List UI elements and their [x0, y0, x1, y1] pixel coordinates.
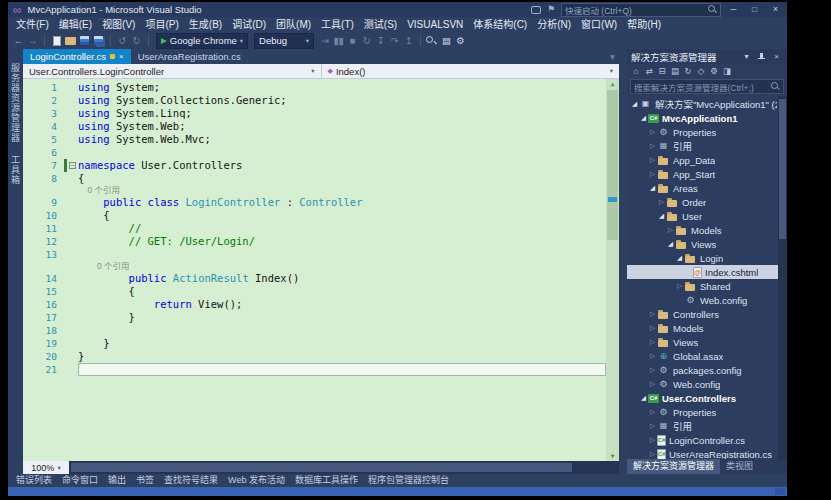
tree-item[interactable]: ◢Login [627, 251, 787, 265]
step-out-icon[interactable]: ↥ [402, 34, 415, 48]
codelens-references[interactable]: 0 个引用 [78, 185, 606, 196]
scrollbar-thumb[interactable] [607, 90, 618, 240]
tree-item[interactable]: ▷⚙Properties [627, 125, 787, 139]
restart-icon[interactable]: ↻ [360, 34, 373, 48]
tree-expander-icon[interactable]: ◢ [666, 241, 675, 248]
tree-item[interactable]: ▷⚙packages.config [627, 363, 787, 377]
tree-item[interactable]: ▷▦引用 [627, 139, 787, 153]
find-in-files-icon[interactable] [426, 34, 439, 48]
side-tab[interactable]: 服务器资源管理器 [9, 63, 22, 143]
menu-item[interactable]: 分析(N) [532, 17, 576, 32]
window-position-chevron-icon[interactable]: ▾ [740, 53, 753, 61]
scrollbar-thumb[interactable] [779, 99, 786, 239]
tree-item[interactable]: ◢C#MvcApplication1 [627, 111, 787, 125]
members-dropdown[interactable]: ◆ Index() ▾ [322, 64, 620, 78]
start-debug-button[interactable]: ▶ Google Chrome ▾ [156, 33, 248, 49]
tree-expander-icon[interactable]: ▷ [648, 381, 657, 388]
notifications-flag-icon[interactable]: ⚑ [545, 5, 557, 14]
menu-item[interactable]: 帮助(H) [622, 17, 666, 32]
sync-with-active-document-icon[interactable]: ⇄ [643, 65, 655, 77]
maximize-button[interactable]: □ [746, 2, 763, 17]
refresh-icon[interactable]: ↻ [682, 65, 694, 77]
solution-search-input[interactable]: 搜索解决方案资源管理器(Ctrl+;) [630, 79, 784, 94]
tree-expander-icon[interactable]: ▷ [648, 171, 657, 178]
menu-item[interactable]: 体系结构(C) [468, 17, 532, 32]
zoom-select[interactable]: 100% ▾ [23, 461, 69, 474]
tree-expander-icon[interactable]: ▷ [648, 143, 657, 150]
tree-expander-icon[interactable]: ▷ [648, 423, 657, 430]
document-list-chevron-icon[interactable]: ▾ [606, 50, 619, 64]
bottom-panel-tab[interactable]: 输出 [103, 474, 131, 487]
minimize-button[interactable]: ─ [725, 2, 742, 17]
tree-item[interactable]: ◢Views [627, 237, 787, 251]
tree-item[interactable]: ▷⚙Properties [627, 405, 787, 419]
tree-expander-icon[interactable]: ▷ [675, 283, 684, 290]
bottom-panel-tab[interactable]: 数据库工具操作 [290, 474, 363, 487]
bottom-panel-tab[interactable]: 查找符号结果 [159, 474, 223, 487]
tree-expander-icon[interactable]: ▷ [648, 325, 657, 332]
tree-item[interactable]: ▷Models [627, 223, 787, 237]
code-editor[interactable]: 1using System;2using System.Collections.… [23, 79, 619, 461]
tree-item[interactable]: ◢C#User.Controllers [627, 391, 787, 405]
tree-item[interactable]: ▷Controllers [627, 307, 787, 321]
menu-item[interactable]: 团队(M) [271, 17, 316, 32]
tree-item[interactable]: ▷Shared [627, 279, 787, 293]
tree-expander-icon[interactable]: ▷ [648, 157, 657, 164]
editor-vertical-scrollbar[interactable]: ▲ ▼ [606, 79, 619, 461]
tree-item[interactable]: ◢Areas [627, 181, 787, 195]
tree-expander-icon[interactable]: ◢ [630, 101, 639, 108]
tree-expander-icon[interactable]: ▷ [648, 367, 657, 374]
attach-to-process-icon[interactable]: ⇥ [318, 34, 331, 48]
quick-launch-input[interactable]: 快速启动 (Ctrl+Q) [561, 3, 721, 17]
configuration-select[interactable]: Debug ▾ [254, 33, 314, 49]
solution-explorer-icon[interactable]: ▤ [440, 34, 453, 48]
bottom-panel-tab[interactable]: 命令窗口 [57, 474, 103, 487]
tree-expander-icon[interactable]: ◢ [648, 185, 657, 192]
properties-window-icon[interactable]: ⚙ [454, 34, 467, 48]
scrollbar-thumb[interactable] [71, 463, 572, 472]
tree-expander-icon[interactable]: ▷ [648, 129, 657, 136]
tree-item[interactable]: ▷⊕Global.asax [627, 349, 787, 363]
tree-item[interactable]: ▷C#UserAreaRegistration.cs [627, 447, 787, 459]
tree-item[interactable]: ▷Models [627, 321, 787, 335]
save-icon[interactable] [78, 34, 91, 48]
step-over-icon[interactable]: ↷ [388, 34, 401, 48]
home-icon[interactable]: ⌂ [630, 65, 642, 77]
stop-debugging-icon[interactable]: ■ [346, 34, 359, 48]
tree-expander-icon[interactable]: ▷ [648, 339, 657, 346]
pin-icon[interactable] [755, 52, 768, 62]
tree-expander-icon[interactable]: ▷ [648, 353, 657, 360]
properties-icon[interactable]: ⚙ [708, 65, 720, 77]
tree-item[interactable]: ◢▣解决方案"MvcApplication1" (2 个项目) [627, 97, 787, 111]
tree-expander-icon[interactable]: ◢ [675, 255, 684, 262]
tree-scrollbar[interactable] [778, 96, 787, 459]
bottom-panel-tab[interactable]: 错误列表 [11, 474, 57, 487]
menu-item[interactable]: VISUALSVN [402, 17, 468, 32]
codelens-references[interactable]: 0 个引用 [78, 261, 606, 272]
tree-expander-icon[interactable]: ▷ [648, 409, 657, 416]
scroll-down-icon[interactable]: ▼ [606, 451, 619, 461]
panel-close-icon[interactable]: × [770, 53, 783, 61]
fold-collapse-icon[interactable]: – [69, 162, 76, 169]
tree-item[interactable]: @Index.cshtml [627, 265, 787, 279]
tree-expander-icon[interactable]: ▷ [648, 311, 657, 318]
tree-item[interactable]: ◢User [627, 209, 787, 223]
back-icon[interactable]: ← [12, 34, 25, 48]
tree-expander-icon[interactable]: ◢ [657, 213, 666, 220]
menu-item[interactable]: 调试(D) [227, 17, 271, 32]
panel-tab[interactable]: 类视图 [720, 459, 759, 474]
feedback-icon[interactable] [531, 6, 541, 14]
menu-item[interactable]: 文件(F) [11, 17, 54, 32]
menu-item[interactable]: 工具(T) [316, 17, 359, 32]
menu-item[interactable]: 编辑(E) [54, 17, 97, 32]
tree-item[interactable]: ⚙Web.config [627, 293, 787, 307]
preview-selected-items-icon[interactable]: ◨ [721, 65, 733, 77]
panel-tab[interactable]: 解决方案资源管理器 [627, 459, 720, 474]
side-tab[interactable]: 工具箱 [9, 155, 22, 185]
editor-horizontal-scrollbar[interactable] [69, 461, 619, 474]
collapse-all-icon[interactable]: ⊟ [656, 65, 668, 77]
open-file-icon[interactable] [64, 34, 77, 48]
menu-item[interactable]: 视图(V) [97, 17, 140, 32]
tab-close-icon[interactable]: × [119, 52, 124, 61]
bottom-panel-tab[interactable]: 书签 [131, 474, 159, 487]
